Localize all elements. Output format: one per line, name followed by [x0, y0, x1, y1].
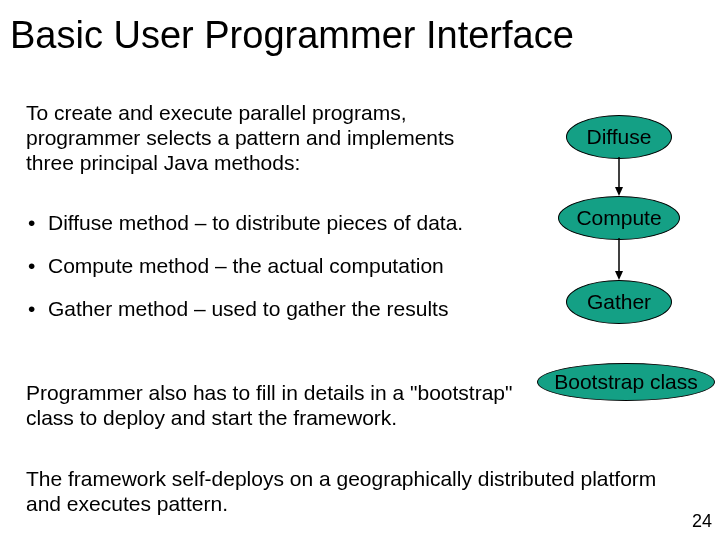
diffuse-label: Diffuse — [587, 125, 652, 149]
bullet-item: Compute method – the actual computation — [26, 253, 496, 278]
compute-ellipse: Compute — [558, 196, 680, 240]
svg-marker-1 — [615, 187, 623, 196]
bullet-item: Diffuse method – to distribute pieces of… — [26, 210, 496, 235]
framework-paragraph: The framework self-deploys on a geograph… — [26, 466, 676, 516]
page-number: 24 — [692, 511, 712, 532]
slide: Basic User Programmer Interface To creat… — [0, 0, 720, 540]
slide-title: Basic User Programmer Interface — [10, 14, 574, 57]
bootstrap-ellipse: Bootstrap class — [537, 363, 715, 401]
gather-label: Gather — [587, 290, 651, 314]
gather-ellipse: Gather — [566, 280, 672, 324]
bootstrap-label: Bootstrap class — [554, 370, 698, 394]
bullet-list: Diffuse method – to distribute pieces of… — [26, 210, 496, 340]
bullet-item: Gather method – used to gather the resul… — [26, 296, 496, 321]
arrow-diffuse-compute-icon — [614, 157, 624, 197]
compute-label: Compute — [576, 206, 661, 230]
svg-marker-3 — [615, 271, 623, 280]
bootstrap-paragraph: Programmer also has to fill in details i… — [26, 380, 526, 430]
intro-paragraph: To create and execute parallel programs,… — [26, 100, 486, 176]
arrow-compute-gather-icon — [614, 238, 624, 281]
diffuse-ellipse: Diffuse — [566, 115, 672, 159]
